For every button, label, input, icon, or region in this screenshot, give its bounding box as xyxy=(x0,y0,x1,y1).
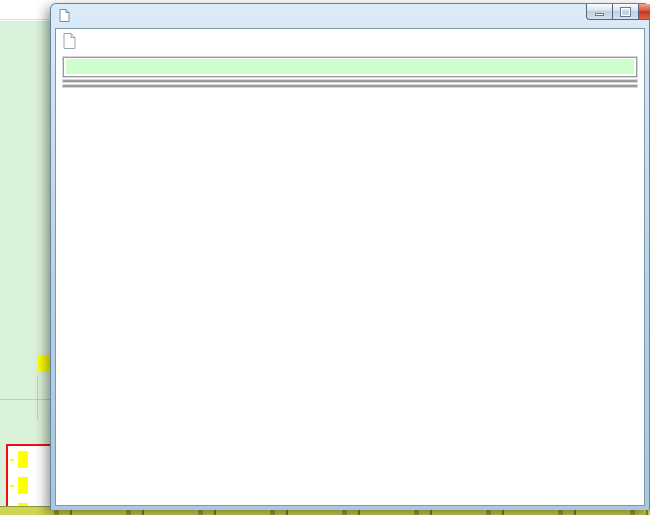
stats-table xyxy=(63,85,637,87)
4d-cell xyxy=(10,485,14,487)
page-icon xyxy=(59,9,70,24)
document-icon xyxy=(63,33,76,53)
window-controls xyxy=(586,4,650,20)
permutation-table xyxy=(63,57,637,77)
minimize-icon xyxy=(595,13,604,16)
maximize-icon xyxy=(621,8,630,16)
page-content xyxy=(55,28,645,506)
minimize-button[interactable] xyxy=(586,4,613,20)
close-button[interactable] xyxy=(639,4,650,20)
grid-line xyxy=(37,376,38,420)
maximize-button[interactable] xyxy=(613,4,639,20)
highlight-cell-fragment xyxy=(18,451,28,468)
grid-line xyxy=(0,399,55,400)
tables-area xyxy=(56,57,644,87)
chrome-popup-window xyxy=(50,3,650,510)
draws-table xyxy=(63,80,637,82)
4d-row xyxy=(10,451,28,468)
4d-row xyxy=(10,477,28,494)
highlight-cell-fragment xyxy=(18,477,28,494)
4d-cell xyxy=(10,459,14,461)
page-top-strip xyxy=(56,29,644,57)
window-titlebar xyxy=(51,4,649,26)
highlight-red-box xyxy=(6,444,54,515)
permutation-table-title xyxy=(66,59,634,74)
